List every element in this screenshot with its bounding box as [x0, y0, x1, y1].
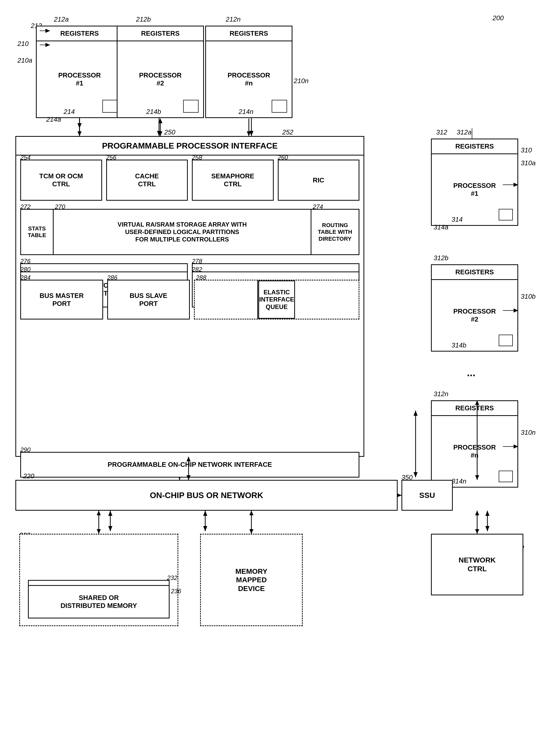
bus-slave-label: BUS SLAVE PORT [130, 292, 167, 308]
processor2-outer-box: REGISTERS PROCESSOR #2 [117, 26, 204, 118]
bus-box: ON-CHIP BUS OR NETWORK [15, 480, 398, 511]
svg-marker-4 [157, 131, 161, 136]
ref-212b: 212b [136, 15, 151, 23]
ref-310b: 310b [521, 292, 536, 300]
svg-marker-23 [485, 526, 489, 531]
ref-252: 252 [282, 128, 293, 136]
ref-200: 200 [493, 14, 504, 22]
ref-236: 236 [171, 588, 181, 595]
ref-314: 314 [451, 215, 463, 223]
memory-mapped-label: MEMORY MAPPED DEVICE [235, 567, 268, 593]
r-proc2-inner-box [499, 334, 513, 346]
semaphore-label: SEMAPHORE CTRL [211, 172, 254, 188]
svg-marker-16 [203, 511, 207, 516]
proc1-inner-box [102, 100, 118, 113]
proc1-num-label: #1 [76, 79, 83, 87]
r-procn-processor-label: PROCESSOR [453, 444, 496, 452]
proc2-num-label: #2 [157, 79, 164, 87]
r-proc2-num-label: #2 [471, 315, 478, 323]
r-procn-registers-label: REGISTERS [455, 404, 494, 412]
ric-label: RIC [313, 176, 324, 184]
proc2-processor-label: PROCESSOR [139, 71, 182, 79]
svg-marker-15 [203, 526, 207, 531]
svg-marker-38 [97, 529, 101, 534]
ref-312a: 312a [457, 128, 471, 136]
svg-marker-39 [97, 511, 101, 515]
network-ctrl-box: NETWORK CTRL [431, 534, 523, 595]
network-ctrl-label: NETWORK CTRL [459, 556, 496, 573]
proc1-registers-label: REGISTERS [60, 29, 99, 37]
ref-210n: 210n [294, 77, 309, 85]
ref-312: 312 [436, 128, 447, 136]
svg-marker-51 [475, 511, 479, 515]
ssu-box: SSU [401, 480, 453, 511]
ref-314a: 314a [434, 223, 448, 231]
ref-210: 210 [17, 40, 28, 48]
ref-212n: 212n [226, 15, 241, 23]
cache-label: CACHE CTRL [135, 172, 159, 188]
right-processorn-outer-box: REGISTERS PROCESSOR #n [431, 400, 518, 488]
svg-marker-31 [158, 119, 162, 123]
ref-212a: 212a [54, 15, 69, 23]
bus-master-label: BUS MASTER PORT [40, 292, 84, 308]
svg-marker-12 [108, 526, 112, 531]
bus-label: ON-CHIP BUS OR NETWORK [150, 491, 263, 500]
r-procn-num-label: #n [471, 452, 478, 459]
svg-marker-7 [249, 131, 253, 136]
svg-marker-20 [414, 472, 418, 477]
r-proc1-num-label: #1 [471, 190, 478, 198]
ref-214: 214 [64, 108, 75, 116]
svg-marker-41 [249, 529, 253, 534]
memory-group-box: 232 MEMORY CTRL 236 SHARED OR DISTRIBUTE… [19, 534, 178, 626]
r-proc1-processor-label: PROCESSOR [453, 182, 496, 190]
right-processor2-outer-box: REGISTERS PROCESSOR #2 [431, 264, 518, 351]
svg-marker-1 [77, 123, 82, 128]
svg-marker-50 [475, 529, 479, 534]
ppi-main-block: PROGRAMMABLE PROCESSOR INTERFACE 254 TCM… [15, 136, 364, 457]
ref-220: 220 [23, 472, 34, 480]
diagram: 200 212 212a REGISTERS PROCESSOR #1 210 … [0, 0, 560, 737]
right-processor1-outer-box: REGISTERS PROCESSOR #1 [431, 139, 518, 226]
r-procn-inner-box [499, 471, 513, 482]
r-proc2-processor-label: PROCESSOR [453, 307, 496, 315]
pocni-label: PROGRAMMABLE ON-CHIP NETWORK INTERFACE [108, 461, 272, 469]
r-proc2-registers-label: REGISTERS [455, 268, 494, 276]
memory-mapped-box: MEMORY MAPPED DEVICE [200, 534, 303, 626]
tcm-label: TCM OR OCM CTRL [39, 172, 83, 188]
svg-marker-28 [77, 131, 82, 136]
ssu-label: SSU [419, 491, 435, 500]
ref-214a: 214a [46, 115, 61, 123]
proc2-registers-label: REGISTERS [141, 29, 180, 37]
stats-label: STATS TABLE [28, 225, 46, 239]
svg-marker-33 [247, 131, 251, 136]
ref-214b: 214b [146, 108, 161, 116]
ref-210a: 210a [17, 56, 32, 64]
procn-inner-box [272, 100, 287, 113]
routing-label: ROUTING TABLE WITH DIRECTORY [318, 222, 352, 242]
ref-310n: 310n [521, 429, 536, 437]
svg-marker-42 [249, 511, 253, 515]
ref-250: 250 [164, 128, 175, 136]
procn-num-label: #n [245, 79, 253, 87]
svg-marker-24 [485, 511, 489, 516]
ref-310a: 310a [521, 159, 536, 167]
processor1-outer-box: REGISTERS PROCESSOR #1 [36, 26, 123, 118]
ref-312b: 312b [434, 254, 448, 262]
procn-processor-label: PROCESSOR [228, 71, 270, 79]
proc2-inner-box [183, 100, 199, 113]
shared-mem-label: SHARED OR DISTRIBUTED MEMORY [61, 594, 137, 610]
right-dots: ... [467, 367, 475, 379]
svg-marker-13 [108, 511, 112, 516]
ref-214n: 214n [239, 108, 253, 116]
ref-310: 310 [521, 146, 532, 154]
proc1-processor-label: PROCESSOR [58, 71, 101, 79]
elastic-queue-2: ELASTIC INTERFACE QUEUE [259, 289, 294, 311]
svg-marker-30 [158, 131, 162, 136]
processorn-outer-box: REGISTERS PROCESSOR #n [205, 26, 292, 118]
ref-314b: 314b [451, 341, 466, 349]
procn-registers-label: REGISTERS [230, 29, 268, 37]
r-proc1-registers-label: REGISTERS [455, 142, 494, 150]
ref-314n: 314n [451, 477, 466, 485]
ppi-title: PROGRAMMABLE PROCESSOR INTERFACE [102, 141, 278, 150]
virtual-label: VIRTUAL RA/SRAM STORAGE ARRAY WITH USER-… [115, 219, 249, 245]
